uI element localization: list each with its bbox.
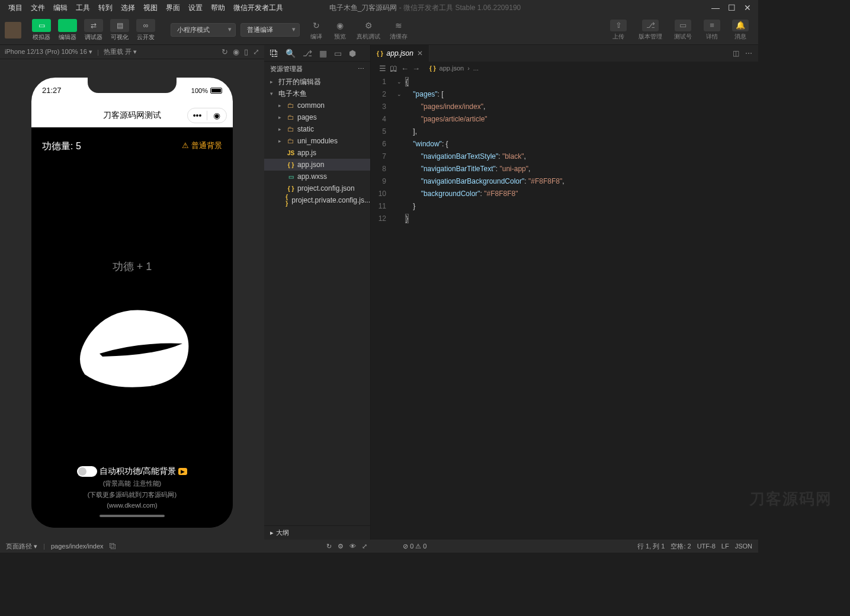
maximize-icon[interactable]: ☐ xyxy=(728,3,736,12)
sim-refresh-icon[interactable]: ↻ xyxy=(326,543,332,550)
minimize-icon[interactable]: — xyxy=(711,3,720,12)
device-select[interactable]: iPhone 12/13 (Pro) 100% 16 ▾ xyxy=(5,48,92,56)
menu-编辑[interactable]: 编辑 xyxy=(50,1,71,15)
auto-merit-switch[interactable] xyxy=(77,466,97,477)
back-icon[interactable]: ← xyxy=(401,64,409,73)
sim-detach-icon[interactable]: ⤢ xyxy=(362,543,367,550)
file-app.js[interactable]: JSapp.js xyxy=(264,147,370,159)
window-title: 电子木鱼_刀客源码网 - 微信开发者工具 Stable 1.06.2209190 xyxy=(329,3,521,13)
menu-界面[interactable]: 界面 xyxy=(162,1,184,15)
battery-indicator: 100% xyxy=(191,87,222,94)
toolbar-详情[interactable]: ≡详情 xyxy=(699,20,725,41)
capsule-menu-icon[interactable]: ••• xyxy=(188,111,207,120)
folder-pages[interactable]: ▸🗀pages xyxy=(264,111,370,123)
user-avatar[interactable] xyxy=(5,22,21,38)
ext2-tab-icon[interactable]: ▭ xyxy=(334,49,342,58)
toolbar-真机调试[interactable]: ⚙真机调试 xyxy=(352,20,385,41)
toolbar-云开发[interactable]: ∞云开发 xyxy=(133,18,159,43)
eol-label[interactable]: LF xyxy=(721,543,729,550)
folder-uni_modules[interactable]: ▸🗀uni_modules xyxy=(264,135,370,147)
menu-工具[interactable]: 工具 xyxy=(72,1,94,15)
subtext-download: (下载更多源码就到刀客源码网) xyxy=(42,490,222,499)
search-tab-icon[interactable]: 🔍 xyxy=(286,49,296,58)
phone-mockup: 21:27 100% 刀客源码网测试 ••• ◉ 功德量: 5 ⚠ 普通背景 xyxy=(31,78,233,528)
folder-common[interactable]: ▸🗀common xyxy=(264,100,370,111)
code-editor-panel: { } app.json ✕ ◫ ⋯ ☰ 🕮 ← → { } app.json … xyxy=(371,45,758,540)
more-editor-icon[interactable]: ⋯ xyxy=(745,49,752,57)
ext-tab-icon[interactable]: ▦ xyxy=(319,49,327,58)
indent-label[interactable]: 空格: 2 xyxy=(671,542,691,551)
simulator-header: iPhone 12/13 (Pro) 100% 16 ▾ | 热重载 开 ▾ ↻… xyxy=(0,45,264,59)
record-icon[interactable]: ◉ xyxy=(233,47,239,56)
wooden-fish-image[interactable] xyxy=(67,297,197,392)
debug-tab-icon[interactable]: ⬢ xyxy=(349,49,356,58)
menu-视图[interactable]: 视图 xyxy=(140,1,161,15)
background-mode-button[interactable]: ⚠ 普通背景 xyxy=(182,140,222,153)
toolbar-版本管理[interactable]: ⎇版本管理 xyxy=(634,20,667,41)
toggle-label: 自动积功德/高能背景 xyxy=(100,466,177,477)
menu-文件[interactable]: 文件 xyxy=(27,1,49,15)
explorer-tab-icon[interactable]: ⿻ xyxy=(270,49,278,58)
split-editor-icon[interactable]: ◫ xyxy=(733,49,739,57)
forward-icon[interactable]: → xyxy=(412,64,420,73)
editor-tabbar: { } app.json ✕ ◫ ⋯ xyxy=(371,45,758,62)
file-app.wxss[interactable]: ▭app.wxss xyxy=(264,171,370,182)
editor-tab[interactable]: { } app.json ✕ xyxy=(371,45,429,62)
capsule-button[interactable]: ••• ◉ xyxy=(187,108,227,123)
editor-breadcrumb: ☰ 🕮 ← → { } app.json › ... xyxy=(371,62,758,75)
toolbar-编辑器[interactable]: 编辑器 xyxy=(54,18,81,43)
phone-notch xyxy=(88,78,177,93)
menu-转到[interactable]: 转到 xyxy=(95,1,116,15)
menu-选择[interactable]: 选择 xyxy=(117,1,139,15)
close-icon[interactable]: ✕ xyxy=(744,3,751,12)
open-editors-section[interactable]: ▸打开的编辑器 xyxy=(264,76,370,88)
detach-icon[interactable]: ⤢ xyxy=(253,47,259,56)
encoding-label[interactable]: UTF-8 xyxy=(697,543,716,550)
folder-static[interactable]: ▸🗀static xyxy=(264,123,370,135)
file-project.private.config.js...[interactable]: { }project.private.config.js... xyxy=(264,194,370,206)
sim-preview-icon[interactable]: 👁 xyxy=(349,543,356,550)
toc-icon[interactable]: ☰ xyxy=(379,64,386,73)
toolbar-编译[interactable]: ↻编译 xyxy=(304,20,328,41)
git-tab-icon[interactable]: ⎇ xyxy=(303,49,312,58)
refresh-icon[interactable]: ↻ xyxy=(222,47,228,56)
mode-select[interactable]: 小程序模式 xyxy=(171,23,236,37)
toolbar-预览[interactable]: ◉预览 xyxy=(328,20,352,41)
compile-select[interactable]: 普通编译 xyxy=(240,23,300,37)
toolbar-测试号[interactable]: ▭测试号 xyxy=(669,20,697,41)
main-toolbar: ▭模拟器编辑器⇄调试器▤可视化∞云开发 小程序模式 普通编译 ↻编译◉预览⚙真机… xyxy=(0,15,758,45)
phone-icon[interactable]: ▯ xyxy=(244,47,248,56)
toolbar-清缓存[interactable]: ≋清缓存 xyxy=(385,20,412,41)
project-root[interactable]: ▾电子木鱼 xyxy=(264,88,370,100)
file-app.json[interactable]: { }app.json xyxy=(264,159,370,171)
file-project.config.json[interactable]: { }project.config.json xyxy=(264,182,370,194)
subtext-warning: (背景高能 注意性能) xyxy=(42,479,222,488)
menu-项目[interactable]: 项目 xyxy=(5,1,26,15)
page-path-value[interactable]: pages/index/index xyxy=(51,543,104,550)
close-tab-icon[interactable]: ✕ xyxy=(417,49,423,57)
language-label[interactable]: JSON xyxy=(735,543,752,550)
file-tree: ▸打开的编辑器 ▾电子木鱼 ▸🗀common▸🗀pages▸🗀static▸🗀u… xyxy=(264,76,370,525)
outline-section[interactable]: ▸大纲 xyxy=(264,525,370,540)
menu-微信开发者工具[interactable]: 微信开发者工具 xyxy=(230,1,287,15)
bookmark-icon[interactable]: 🕮 xyxy=(390,64,397,73)
app-navbar: 刀客源码网测试 ••• ◉ xyxy=(31,104,233,127)
toolbar-可视化[interactable]: ▤可视化 xyxy=(107,18,133,43)
code-area[interactable]: 123456789101112 ⌄⌄ { "pages": [ "pages/i… xyxy=(371,75,758,540)
toolbar-消息[interactable]: 🔔消息 xyxy=(727,20,753,41)
capsule-close-icon[interactable]: ◉ xyxy=(207,111,226,120)
hot-reload-toggle[interactable]: 热重载 开 ▾ xyxy=(104,47,137,56)
page-path-label[interactable]: 页面路径 ▾ xyxy=(6,542,37,551)
menu-帮助[interactable]: 帮助 xyxy=(207,1,229,15)
more-icon[interactable]: ⋯ xyxy=(358,65,364,73)
cursor-position[interactable]: 行 1, 列 1 xyxy=(637,542,665,551)
sim-setting-icon[interactable]: ⚙ xyxy=(338,543,344,550)
subtext-url: (www.dkewl.com) xyxy=(42,502,222,509)
menu-bar: 项目文件编辑工具转到选择视图界面设置帮助微信开发者工具 xyxy=(0,1,287,15)
toolbar-上传[interactable]: ⇧上传 xyxy=(605,20,631,41)
copy-path-icon[interactable]: ⿻ xyxy=(110,543,116,550)
toolbar-调试器[interactable]: ⇄调试器 xyxy=(81,18,107,43)
toolbar-模拟器[interactable]: ▭模拟器 xyxy=(28,18,54,43)
menu-设置[interactable]: 设置 xyxy=(185,1,206,15)
problems-indicator[interactable]: ⊘ 0 ⚠ 0 xyxy=(403,543,426,550)
